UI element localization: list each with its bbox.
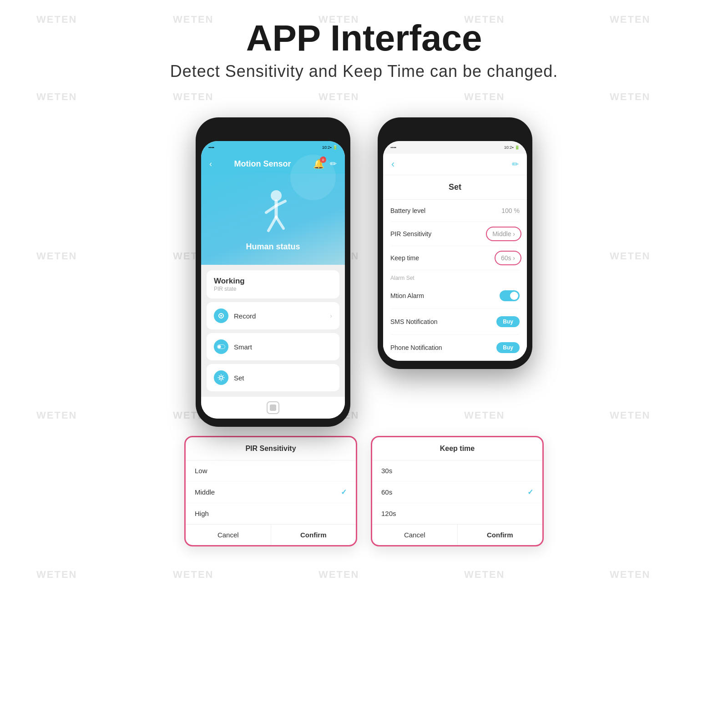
human-figure-icon	[253, 187, 293, 238]
keeptime-dialog-actions: Cancel Confirm	[372, 524, 542, 545]
set-icon	[214, 370, 228, 385]
sms-label: SMS Notification	[390, 318, 437, 325]
alarm-section-label: Alarm Set	[390, 270, 520, 283]
main-content: ▪▪▪▪ 10:2▪ 🔋 ‹ Motion Sensor 🔔 0 ✏	[0, 104, 728, 427]
keeptime-option-30s[interactable]: 30s	[372, 460, 542, 481]
svg-point-7	[220, 315, 222, 317]
home-icon	[270, 404, 276, 411]
phone1-mockup: ▪▪▪▪ 10:2▪ 🔋 ‹ Motion Sensor 🔔 0 ✏	[196, 117, 350, 427]
watermark-25: WETEN	[610, 569, 650, 581]
pir-dialog: PIR Sensitivity Low Middle ✓ High Cancel…	[184, 436, 357, 546]
phone2-notch	[425, 126, 485, 138]
watermark-9: WETEN	[464, 91, 505, 103]
phone1-screen: ▪▪▪▪ 10:2▪ 🔋 ‹ Motion Sensor 🔔 0 ✏	[201, 141, 345, 419]
phone2-back-icon[interactable]: ‹	[391, 158, 394, 170]
header: APP Interface Detect Sensitivity and Kee…	[0, 0, 728, 81]
keeptime-confirm-button[interactable]: Confirm	[458, 525, 543, 545]
sms-buy-button[interactable]: Buy	[496, 316, 520, 327]
pir-value: Middle ›	[486, 227, 521, 241]
pir-option-low[interactable]: Low	[186, 460, 356, 481]
phone1-bottom-bar	[201, 397, 345, 419]
keeptime-30s-label: 30s	[381, 467, 392, 475]
phone1-status-left: ▪▪▪▪	[208, 145, 214, 150]
keep-time-value: 60s ›	[495, 251, 521, 265]
bottom-dialogs: PIR Sensitivity Low Middle ✓ High Cancel…	[0, 436, 728, 546]
keep-time-label: Keep time	[390, 254, 419, 262]
pir-option-middle[interactable]: Middle ✓	[186, 481, 356, 503]
hero-circle-deco	[290, 155, 336, 200]
record-arrow-icon: ›	[330, 312, 332, 319]
keeptime-option-60s[interactable]: 60s ✓	[372, 481, 542, 503]
svg-point-10	[220, 376, 222, 379]
svg-point-9	[218, 345, 221, 349]
phone2-title: Set	[383, 175, 527, 200]
watermark-24: WETEN	[464, 569, 505, 581]
page-subtitle: Detect Sensitivity and Keep Time can be …	[0, 62, 728, 81]
watermark-10: WETEN	[610, 91, 650, 103]
list-item-set[interactable]: Set	[207, 364, 339, 391]
phone-notif-buy-button[interactable]: Buy	[496, 342, 520, 353]
sms-row: SMS Notification Buy	[390, 309, 520, 335]
motion-alarm-toggle[interactable]	[500, 290, 520, 301]
working-sub: PIR state	[214, 286, 332, 292]
set-label: Set	[234, 374, 332, 382]
list-item-record[interactable]: Record ›	[207, 302, 339, 329]
watermark-7: WETEN	[173, 91, 213, 103]
svg-line-4	[268, 217, 276, 231]
keeptime-dialog-title: Keep time	[372, 437, 542, 460]
battery-label: Battery level	[390, 207, 425, 214]
phone1-back-icon[interactable]: ‹	[209, 159, 212, 169]
keeptime-60s-label: 60s	[381, 488, 392, 496]
watermark-23: WETEN	[318, 569, 359, 581]
working-item: Working PIR state	[207, 270, 339, 298]
pir-label: PIR Sensitivity	[390, 230, 431, 238]
phone1-nav-title: Motion Sensor	[234, 159, 291, 169]
pir-dialog-title: PIR Sensitivity	[186, 437, 356, 460]
battery-level-row: Battery level 100 %	[390, 200, 520, 222]
phone2-status-bar: ▪▪▪▪ 10:2▪ 🔋	[383, 141, 527, 154]
phone1-status-right: 10:2▪ 🔋	[322, 145, 338, 150]
motion-alarm-label: Mtion Alarm	[390, 292, 424, 299]
motion-alarm-row: Mtion Alarm	[390, 283, 520, 309]
hero-label: Human status	[246, 242, 300, 252]
watermark-8: WETEN	[318, 91, 359, 103]
smart-icon	[214, 339, 228, 354]
working-title: Working	[214, 277, 332, 286]
phone2-set-list: Battery level 100 % PIR Sensitivity Midd…	[383, 200, 527, 361]
keeptime-cancel-button[interactable]: Cancel	[372, 525, 457, 545]
phone2-status-right: 10:2▪ 🔋	[504, 145, 520, 150]
pir-option-high[interactable]: High	[186, 503, 356, 524]
pir-middle-check-icon: ✓	[341, 488, 347, 496]
phone2-nav: ‹ ✏	[383, 154, 527, 175]
home-button[interactable]	[267, 401, 279, 414]
pir-middle-label: Middle	[195, 488, 215, 496]
phone-notif-row: Phone Notification Buy	[390, 335, 520, 361]
pir-confirm-button[interactable]: Confirm	[271, 525, 356, 545]
watermark-21: WETEN	[36, 569, 77, 581]
phone1-hero: Human status	[201, 174, 345, 265]
keeptime-dialog: Keep time 30s 60s ✓ 120s Cancel Confirm	[371, 436, 544, 546]
phone2-edit-icon[interactable]: ✏	[512, 159, 519, 169]
list-item-smart[interactable]: Smart	[207, 333, 339, 360]
record-icon	[214, 308, 228, 323]
page-title: APP Interface	[0, 18, 728, 58]
keeptime-option-120s[interactable]: 120s	[372, 503, 542, 524]
pir-low-label: Low	[195, 467, 207, 475]
pir-high-label: High	[195, 510, 209, 517]
keep-time-row[interactable]: Keep time 60s ›	[390, 246, 520, 270]
svg-point-0	[271, 190, 282, 201]
phone2-screen: ▪▪▪▪ 10:2▪ 🔋 ‹ ✏ Set Battery level 100 %…	[383, 141, 527, 361]
record-label: Record	[234, 312, 324, 320]
phone1-notch	[243, 126, 303, 138]
watermark-6: WETEN	[36, 91, 77, 103]
battery-value: 100 %	[501, 207, 520, 214]
phone1-status-bar: ▪▪▪▪ 10:2▪ 🔋	[201, 141, 345, 154]
phone2-mockup: ▪▪▪▪ 10:2▪ 🔋 ‹ ✏ Set Battery level 100 %…	[378, 117, 532, 369]
keeptime-60s-check-icon: ✓	[527, 488, 533, 496]
phone-notif-label: Phone Notification	[390, 344, 442, 351]
pir-sensitivity-row[interactable]: PIR Sensitivity Middle ›	[390, 222, 520, 246]
phone1-list: Working PIR state Record › Smart	[201, 265, 345, 397]
watermark-22: WETEN	[173, 569, 213, 581]
svg-line-5	[276, 217, 283, 228]
pir-cancel-button[interactable]: Cancel	[186, 525, 271, 545]
